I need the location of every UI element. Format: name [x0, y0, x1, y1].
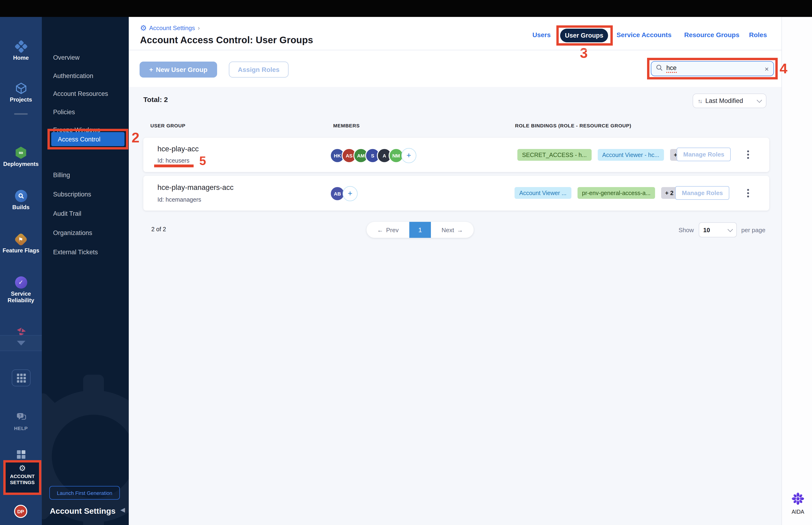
- breadcrumb-link[interactable]: Account Settings: [149, 25, 195, 31]
- next-label: Next: [442, 226, 454, 234]
- rail-item-feature-flags[interactable]: ⚑ Feature Flags: [0, 233, 42, 254]
- manage-roles-button[interactable]: Manage Roles: [675, 186, 730, 200]
- rail-item-label: Feature Flags: [0, 247, 42, 254]
- tab-resource-groups[interactable]: Resource Groups: [684, 31, 739, 39]
- role-binding-chip: Account Viewer - hc...: [597, 149, 664, 161]
- breadcrumb-separator: ›: [198, 25, 200, 31]
- rail-item-label: Service Reliability: [0, 290, 42, 304]
- current-page-button[interactable]: 1: [409, 222, 431, 238]
- rail-item-service-reliability[interactable]: ✓ Service Reliability: [0, 276, 42, 304]
- builds-icon: [0, 190, 42, 202]
- rail-item-help[interactable]: ? HELP: [0, 411, 42, 432]
- row-menu-icon[interactable]: [747, 189, 749, 197]
- account-settings-label-1: ACCOUNT: [6, 473, 39, 479]
- aida-assistant-button[interactable]: AIDA: [787, 492, 809, 515]
- settings-sidebar: Overview Authentication Account Resource…: [42, 17, 129, 525]
- annotation-5: 5: [199, 154, 206, 168]
- page-size-select[interactable]: 10: [699, 222, 737, 237]
- sidebar-item-organizations[interactable]: Organizations: [53, 229, 92, 237]
- tab-service-accounts[interactable]: Service Accounts: [616, 31, 672, 39]
- assign-roles-button[interactable]: Assign Roles: [229, 62, 289, 77]
- prev-label: Prev: [386, 226, 398, 234]
- pagination: ← Prev 1 Next →: [367, 222, 474, 238]
- members-avatars: AB +: [330, 186, 357, 201]
- rail-item-label: Projects: [0, 96, 42, 103]
- sidebar-item-billing[interactable]: Billing: [53, 171, 70, 179]
- annotation-2: 2: [132, 130, 139, 146]
- rail-item-account-settings[interactable]: ⚙ ACCOUNT SETTINGS: [3, 460, 41, 495]
- tab-users[interactable]: Users: [532, 31, 551, 39]
- breadcrumb[interactable]: ⚙ Account Settings ›: [140, 24, 200, 32]
- group-name[interactable]: hce-play-managers-acc: [157, 183, 233, 192]
- rail-item-deployments[interactable]: ∞ Deployments: [0, 147, 42, 167]
- sidebar-title: Account Settings: [50, 507, 116, 516]
- sidebar-item-authentication[interactable]: Authentication: [53, 72, 93, 80]
- sidebar-item-account-resources[interactable]: Account Resources: [53, 90, 108, 98]
- sidebar-collapse-icon[interactable]: ◀: [120, 506, 125, 513]
- row-menu-icon[interactable]: [747, 150, 749, 159]
- chevron-down-icon: [757, 97, 762, 103]
- sidebar-item-overview[interactable]: Overview: [53, 54, 80, 62]
- home-icon: [0, 41, 42, 52]
- svg-text:?: ?: [19, 414, 21, 418]
- tab-roles[interactable]: Roles: [749, 31, 767, 39]
- next-page-button[interactable]: Next →: [431, 222, 474, 238]
- sidebar-item-external-tickets[interactable]: External Tickets: [53, 249, 98, 256]
- sidebar-item-subscriptions[interactable]: Subscriptions: [53, 191, 91, 198]
- module-picker-button[interactable]: [12, 370, 31, 386]
- arrow-left-icon: ←: [377, 226, 383, 234]
- group-name[interactable]: hce-play-acc: [157, 145, 199, 153]
- aida-label: AIDA: [787, 509, 809, 515]
- role-binding-chip: SECRET_ACCESS - h...: [517, 149, 592, 161]
- sort-label: Last Modified: [705, 97, 743, 104]
- user-avatar[interactable]: DP: [14, 505, 27, 518]
- members-avatars: HK AS AM S A NM +: [330, 148, 416, 163]
- per-page-label: per page: [741, 226, 765, 234]
- manage-roles-button[interactable]: Manage Roles: [677, 148, 731, 161]
- total-count: Total: 2: [143, 95, 168, 103]
- rail-item-builds[interactable]: Builds: [0, 190, 42, 211]
- sort-arrows-icon: ↑↓: [698, 97, 702, 104]
- page-title: Account Access Control: User Groups: [140, 35, 313, 46]
- app-window: Home Projects ∞ Deployments Builds: [0, 0, 812, 525]
- account-settings-label-2: SETTINGS: [6, 479, 39, 485]
- feature-flags-icon: ⚑: [0, 233, 42, 245]
- user-group-row[interactable]: hce-play-acc Id: hceusers HK AS AM S A N…: [143, 138, 769, 172]
- add-member-button[interactable]: +: [342, 186, 357, 201]
- annotation-underline-id: [154, 165, 194, 167]
- role-bindings: SECRET_ACCESS - h... Account Viewer - hc…: [517, 149, 686, 161]
- more-bindings-badge: + 2: [661, 187, 677, 199]
- column-header-user-group: USER GROUP: [150, 123, 185, 128]
- aida-flower-icon: [791, 492, 805, 506]
- sidebar-item-audit-trail[interactable]: Audit Trail: [53, 210, 81, 217]
- help-chat-icon: ?: [0, 411, 42, 423]
- column-header-members: MEMBERS: [333, 123, 360, 128]
- sidebar-item-policies[interactable]: Policies: [53, 108, 75, 116]
- rail-item-home[interactable]: Home: [0, 41, 42, 61]
- nav-rail: Home Projects ∞ Deployments Builds: [0, 17, 42, 525]
- rail-item-label: Deployments: [0, 161, 42, 167]
- dashboards-icon: [0, 448, 42, 461]
- chevron-down-icon: [727, 227, 733, 232]
- user-group-row[interactable]: hce-play-managers-acc Id: hcemanagers AB…: [143, 176, 769, 211]
- plus-icon: +: [149, 66, 153, 73]
- cube-icon: [0, 82, 42, 94]
- annotation-box-user-groups: [556, 25, 613, 46]
- role-binding-chip: pr-env-general-access-a...: [577, 187, 655, 199]
- role-bindings: Account Viewer ... pr-env-general-access…: [515, 187, 677, 199]
- sort-dropdown[interactable]: ↑↓ Last Modified: [693, 93, 766, 108]
- launch-first-generation-button[interactable]: Launch First Generation: [49, 486, 120, 500]
- add-member-button[interactable]: +: [401, 148, 416, 163]
- header-divider: [129, 50, 781, 50]
- arrow-right-icon: →: [457, 226, 463, 234]
- new-user-group-button[interactable]: + New User Group: [140, 62, 217, 77]
- module-grid-icon: [17, 373, 26, 382]
- rail-scroll-toggle[interactable]: [0, 335, 42, 351]
- chevron-down-icon: [17, 341, 25, 345]
- group-id: Id: hceusers: [157, 158, 189, 164]
- prev-page-button[interactable]: ← Prev: [367, 222, 409, 238]
- rail-item-projects[interactable]: Projects: [0, 82, 42, 103]
- gear-icon: ⚙: [6, 464, 39, 473]
- annotation-box-access-control: [47, 129, 128, 149]
- page-count: 2 of 2: [151, 226, 166, 232]
